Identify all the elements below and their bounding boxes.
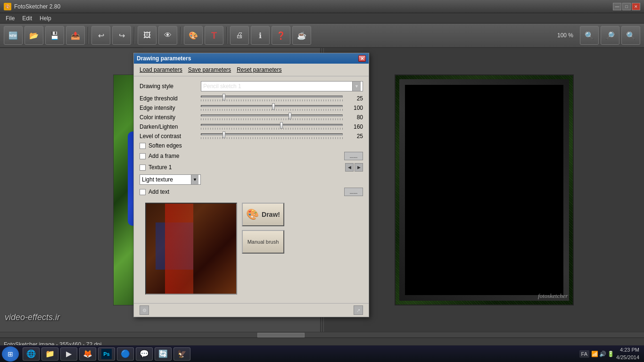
color-intensity-row: Color intensity 80: [140, 114, 363, 121]
network-icon: 📶: [591, 351, 598, 357]
menu-bar: File Edit Help: [0, 13, 644, 24]
skype-icon: 💬: [139, 349, 149, 359]
soften-edges-checkbox[interactable]: [140, 143, 146, 149]
edge-threshold-track[interactable]: [201, 96, 343, 98]
sketch-watermark: fotosketcher: [538, 292, 568, 300]
export-button[interactable]: 📤: [66, 26, 85, 45]
minimize-button[interactable]: —: [613, 3, 621, 10]
new-button[interactable]: 🆕: [4, 26, 23, 45]
maximize-button[interactable]: □: [622, 3, 631, 10]
texture-arrows: ◀ ▶: [345, 163, 363, 172]
add-frame-options-button[interactable]: ......: [344, 152, 363, 160]
edge-intensity-thumb[interactable]: [272, 103, 275, 110]
palette-button[interactable]: 🎨: [184, 26, 203, 45]
text-button[interactable]: T: [205, 26, 223, 45]
action-buttons: 🎨 Draw! Manual brush: [242, 203, 284, 254]
add-text-row: Add text ......: [140, 188, 363, 196]
level-of-contrast-thumb[interactable]: [223, 132, 225, 138]
app-icon: 🎨: [4, 3, 11, 10]
zoom-fit-button[interactable]: 🔎: [601, 26, 619, 45]
drawing-style-select[interactable]: Pencil sketch 1 ▼: [201, 81, 363, 91]
hscroll-thumb[interactable]: [257, 333, 305, 337]
taskbar-firefox[interactable]: 🦊: [79, 347, 96, 361]
edge-intensity-row: Edge intensity 100: [140, 105, 363, 111]
level-of-contrast-track[interactable]: [201, 133, 343, 135]
color-intensity-label: Color intensity: [140, 114, 201, 121]
print-button[interactable]: 🖨: [230, 26, 249, 45]
manual-brush-label: Manual brush: [248, 239, 279, 245]
zoom-in-button[interactable]: 🔍: [580, 26, 599, 45]
add-frame-row: Add a frame ......: [140, 152, 363, 160]
help-button[interactable]: ❓: [272, 26, 290, 45]
drawing-style-row: Drawing style Pencil sketch 1 ▼: [140, 81, 363, 91]
taskbar-media[interactable]: ▶: [60, 347, 77, 361]
coffee-button[interactable]: ☕: [292, 26, 311, 45]
soften-edges-label: Soften edges: [149, 142, 182, 149]
darken-lighten-dots: [201, 128, 343, 130]
color-intensity-thumb[interactable]: [289, 113, 291, 119]
save-button[interactable]: 💾: [45, 26, 64, 45]
dialog-menu: Load parameters Save parameters Reset pa…: [134, 64, 369, 76]
taskbar-time: 4:23 PM: [616, 346, 639, 354]
menu-help[interactable]: Help: [36, 14, 55, 23]
texture-dropdown[interactable]: Light texture ▼: [140, 174, 201, 185]
taskbar-right: FA 📶 🔊 🔋 4:23 PM 4/25/2014: [577, 346, 642, 361]
drawing-style-label: Drawing style: [140, 83, 201, 90]
add-text-options-button[interactable]: ......: [344, 188, 363, 196]
redo-button[interactable]: ↪: [112, 26, 131, 45]
zoom-out-button[interactable]: 🔍: [621, 26, 640, 45]
color-intensity-track[interactable]: [201, 115, 343, 116]
taskbar-language: FA: [579, 350, 589, 358]
edge-intensity-value: 100: [347, 105, 363, 111]
add-text-checkbox[interactable]: [140, 189, 146, 195]
darken-lighten-track[interactable]: [201, 124, 343, 126]
manual-brush-button[interactable]: Manual brush: [242, 230, 284, 254]
taskbar-chrome[interactable]: 🔵: [117, 347, 134, 361]
taskbar-other[interactable]: 🦅: [173, 347, 190, 361]
dialog-settings-icon[interactable]: ⚙: [140, 305, 149, 315]
taskbar-clock[interactable]: 4:23 PM 4/25/2014: [616, 346, 639, 361]
dialog-load-params[interactable]: Load parameters: [138, 66, 184, 74]
dialog-reset-params[interactable]: Reset parameters: [235, 66, 283, 74]
menu-edit[interactable]: Edit: [18, 14, 36, 23]
edge-threshold-thumb[interactable]: [223, 94, 225, 100]
texture-checkbox[interactable]: [140, 165, 146, 171]
taskbar-date: 4/25/2014: [616, 354, 639, 361]
system-tray-icons: 📶 🔊 🔋: [591, 351, 614, 357]
draw-button-label: Draw!: [262, 211, 280, 218]
undo-button[interactable]: ↩: [91, 26, 110, 45]
taskbar-skype[interactable]: 💬: [136, 347, 153, 361]
start-button[interactable]: ⊞: [2, 346, 19, 362]
toolbar: 🆕 📂 💾 📤 ↩ ↪ 🖼 👁 🎨 T 🖨 ℹ ❓ ☕ 100 % 🔍 🔎 🔍: [0, 24, 644, 48]
texture-dropdown-row: Light texture ▼: [140, 174, 363, 185]
info-button[interactable]: ℹ: [251, 26, 270, 45]
taskbar-explorer[interactable]: 📁: [41, 347, 58, 361]
darken-lighten-thumb[interactable]: [280, 122, 283, 129]
taskbar-photoshop[interactable]: Ps: [98, 347, 115, 361]
close-button[interactable]: ✕: [632, 3, 640, 10]
media-icon: ▶: [64, 349, 74, 359]
draw-button[interactable]: 🎨 Draw!: [242, 203, 284, 226]
taskbar-update[interactable]: 🔄: [155, 347, 172, 361]
open-button[interactable]: 📂: [25, 26, 43, 45]
preview-button[interactable]: 👁: [158, 26, 177, 45]
taskbar: ⊞ 🌐 📁 ▶ 🦊 Ps 🔵 💬 🔄 🦅 FA 📶 🔊 🔋 4:23 PM 4/…: [0, 345, 644, 362]
dialog-save-params[interactable]: Save parameters: [186, 66, 233, 74]
dialog-info-icon[interactable]: ↗: [354, 305, 363, 315]
dialog-body: Drawing style Pencil sketch 1 ▼ Edge thr…: [134, 76, 369, 303]
texture-row: Texture 1 ◀ ▶: [140, 163, 363, 172]
toolbar-separator-3: [180, 27, 181, 44]
dialog-close-button[interactable]: ✕: [358, 55, 366, 62]
texture-prev-button[interactable]: ◀: [345, 163, 354, 172]
level-of-contrast-slider-container: [201, 133, 343, 139]
sketch-body: [424, 94, 466, 273]
texture-next-button[interactable]: ▶: [355, 163, 363, 172]
edge-intensity-track[interactable]: [201, 105, 343, 107]
horizontal-scrollbar[interactable]: [0, 332, 644, 337]
gallery-button[interactable]: 🖼: [138, 26, 157, 45]
add-frame-checkbox[interactable]: [140, 153, 146, 159]
color-intensity-value: 80: [347, 114, 363, 121]
texture-dropdown-arrow-icon: ▼: [191, 175, 198, 184]
menu-file[interactable]: File: [2, 14, 18, 23]
taskbar-ie[interactable]: 🌐: [23, 347, 40, 361]
